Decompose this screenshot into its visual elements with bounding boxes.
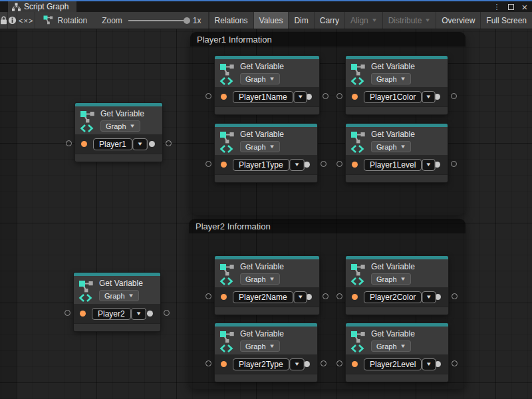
toolbar-button-dim[interactable]: Dim — [288, 12, 313, 29]
input-connection-port[interactable] — [336, 161, 342, 167]
variable-dropdown-arrow[interactable]: ▼ — [422, 358, 436, 370]
graph-kind-dropdown[interactable]: Graph ▼ — [371, 73, 411, 84]
output-connection-port[interactable] — [323, 293, 329, 299]
output-connection-port[interactable] — [451, 93, 457, 99]
get-variable-node-player1color[interactable]: Get Variable Graph ▼ Player1Color ▼ — [334, 56, 460, 114]
maximize-icon[interactable] — [506, 2, 515, 11]
input-connection-port[interactable] — [205, 93, 211, 99]
input-connection-port[interactable] — [65, 310, 70, 316]
node-header[interactable]: Get Variable Graph ▼ — [346, 59, 448, 87]
close-icon[interactable]: × — [520, 2, 529, 11]
node-header[interactable]: Get Variable Graph ▼ — [74, 276, 160, 304]
input-connection-port[interactable] — [205, 360, 211, 366]
get-variable-node-player2color[interactable]: Get Variable Graph ▼ Player2Color ▼ — [334, 256, 460, 315]
node-body[interactable]: Get Variable Graph ▼ Player2Level ▼ — [346, 323, 448, 382]
variable-name-dropdown[interactable]: Player2Name — [233, 291, 293, 303]
value-input-port[interactable] — [221, 361, 227, 367]
value-input-port[interactable] — [352, 294, 358, 300]
variable-name-dropdown[interactable]: Player1Name — [233, 91, 293, 103]
node-header[interactable]: Get Variable Graph ▼ — [215, 127, 317, 155]
value-input-port[interactable] — [80, 311, 86, 317]
node-body[interactable]: Get Variable Graph ▼ Player1 ▼ — [75, 103, 162, 162]
get-variable-node-player2[interactable]: Get Variable Graph ▼ Player2 ▼ — [62, 273, 172, 331]
node-header[interactable]: Get Variable Graph ▼ — [215, 59, 319, 87]
graph-canvas[interactable]: Player1 Information Player2 Information … — [0, 29, 532, 399]
variable-dropdown-arrow[interactable]: ▼ — [289, 159, 305, 171]
variable-dropdown-arrow[interactable]: ▼ — [131, 308, 146, 320]
zoom-slider[interactable] — [128, 20, 187, 21]
value-output-port[interactable] — [434, 162, 440, 168]
graph-kind-dropdown[interactable]: Graph ▼ — [240, 73, 280, 84]
node-header[interactable]: Get Variable Graph ▼ — [346, 259, 448, 287]
variable-dropdown-arrow[interactable]: ▼ — [293, 91, 307, 103]
graph-kind-dropdown[interactable]: Graph ▼ — [371, 141, 411, 152]
node-body[interactable]: Get Variable Graph ▼ Player2Name ▼ — [215, 256, 319, 315]
output-connection-port[interactable] — [321, 161, 327, 167]
graph-kind-dropdown[interactable]: Graph ▼ — [240, 340, 280, 352]
node-header[interactable]: Get Variable Graph ▼ — [215, 327, 317, 354]
variable-name-dropdown[interactable]: Player1 — [93, 138, 132, 150]
zoom-slider-thumb[interactable] — [184, 17, 190, 24]
value-output-port[interactable] — [434, 94, 440, 100]
get-variable-node-player2name[interactable]: Get Variable Graph ▼ Player2Name ▼ — [203, 256, 331, 315]
toolbar-button-full-screen[interactable]: Full Screen — [480, 12, 532, 29]
input-connection-port[interactable] — [336, 293, 342, 299]
variable-dropdown-arrow[interactable]: ▼ — [289, 358, 305, 370]
value-input-port[interactable] — [221, 294, 227, 300]
toolbar-button-distribute[interactable]: Distribute ▼ — [382, 12, 436, 29]
toolbar-button-align[interactable]: Align ▼ — [344, 12, 382, 29]
toolbar-button-overview[interactable]: Overview — [436, 12, 480, 29]
variable-dropdown-arrow[interactable]: ▼ — [293, 291, 307, 303]
graph-kind-dropdown[interactable]: Graph ▼ — [371, 340, 411, 352]
input-connection-port[interactable] — [205, 293, 211, 299]
variable-name-dropdown[interactable]: Player1Type — [233, 159, 289, 171]
window-menu-icon[interactable]: ⋮ — [492, 2, 501, 11]
node-header[interactable]: Get Variable Graph ▼ — [215, 259, 319, 287]
variable-name-dropdown[interactable]: Player2Level — [364, 358, 422, 370]
variable-name-dropdown[interactable]: Player1Color — [364, 91, 422, 103]
code-view-button[interactable]: <×> — [17, 12, 35, 29]
value-input-port[interactable] — [81, 141, 87, 147]
variable-dropdown-arrow[interactable]: ▼ — [422, 159, 436, 171]
value-output-port[interactable] — [149, 141, 155, 147]
output-connection-port[interactable] — [452, 293, 458, 299]
toolbar-button-carry[interactable]: Carry — [314, 12, 344, 29]
input-connection-port[interactable] — [205, 161, 211, 167]
node-header[interactable]: Get Variable Graph ▼ — [346, 327, 448, 354]
lock-button[interactable] — [0, 12, 8, 29]
variable-name-dropdown[interactable]: Player2Color — [364, 291, 422, 303]
get-variable-node-player1[interactable]: Get Variable Graph ▼ Player1 ▼ — [63, 103, 174, 162]
value-output-port[interactable] — [304, 361, 310, 367]
value-input-port[interactable] — [221, 162, 227, 168]
output-connection-port[interactable] — [323, 93, 329, 99]
value-input-port[interactable] — [352, 361, 358, 367]
output-connection-port[interactable] — [452, 360, 458, 366]
output-connection-port[interactable] — [451, 161, 457, 167]
graph-kind-dropdown[interactable]: Graph ▼ — [371, 273, 411, 285]
value-output-port[interactable] — [147, 311, 153, 317]
output-connection-port[interactable] — [164, 310, 170, 316]
variable-name-dropdown[interactable]: Player2 — [92, 308, 131, 320]
node-header[interactable]: Get Variable Graph ▼ — [346, 127, 448, 155]
get-variable-node-player1level[interactable]: Get Variable Graph ▼ Player1Level ▼ — [334, 124, 460, 182]
input-connection-port[interactable] — [336, 93, 342, 99]
toolbar-button-values[interactable]: Values — [253, 12, 289, 29]
get-variable-node-player2type[interactable]: Get Variable Graph ▼ Player2Type ▼ — [203, 323, 329, 382]
group-header[interactable]: Player1 Information — [190, 32, 466, 47]
graph-kind-dropdown[interactable]: Graph ▼ — [240, 141, 280, 152]
graph-kind-dropdown[interactable]: Graph ▼ — [99, 290, 139, 301]
value-input-port[interactable] — [352, 94, 358, 100]
tab-script-graph[interactable]: Script Graph — [8, 1, 76, 12]
variable-name-dropdown[interactable]: Player2Type — [233, 358, 289, 370]
get-variable-node-player1type[interactable]: Get Variable Graph ▼ Player1Type ▼ — [203, 124, 329, 182]
value-output-port[interactable] — [304, 162, 310, 168]
value-input-port[interactable] — [352, 162, 358, 168]
node-body[interactable]: Get Variable Graph ▼ Player1Type ▼ — [215, 124, 317, 182]
variable-dropdown-arrow[interactable]: ▼ — [132, 138, 148, 150]
node-body[interactable]: Get Variable Graph ▼ Player1Name ▼ — [215, 56, 319, 114]
group-header[interactable]: Player2 Information — [189, 219, 466, 233]
get-variable-node-player2level[interactable]: Get Variable Graph ▼ Player2Level ▼ — [334, 323, 460, 382]
graph-kind-dropdown[interactable]: Graph ▼ — [240, 273, 280, 285]
node-body[interactable]: Get Variable Graph ▼ Player1Color ▼ — [346, 56, 448, 114]
output-connection-port[interactable] — [321, 360, 327, 366]
